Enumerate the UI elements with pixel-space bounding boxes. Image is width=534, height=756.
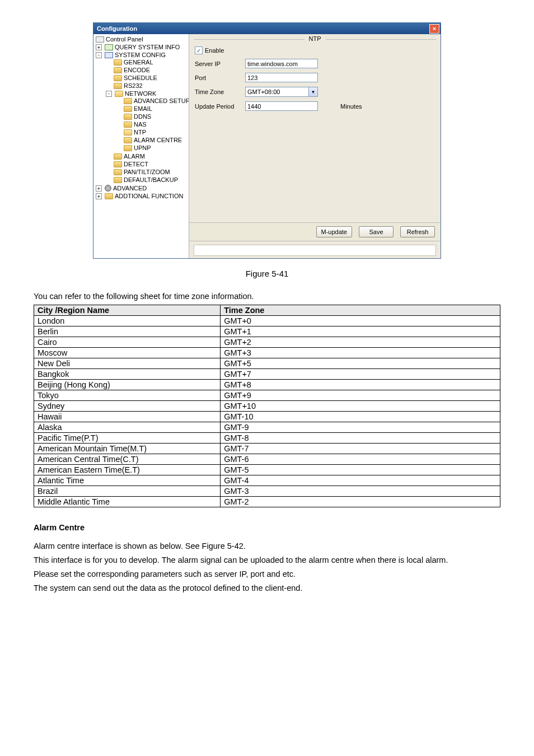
th-tz: Time Zone <box>221 305 500 316</box>
folder-open-icon <box>124 129 132 136</box>
table-row: New DeliGMT+5 <box>34 358 500 369</box>
table-row: American Eastern Time(E.T)GMT-5 <box>34 465 500 475</box>
folder-icon <box>114 177 122 183</box>
folder-icon <box>124 122 132 128</box>
folder-icon <box>124 145 132 151</box>
section-p3: Please set the corresponding parameters … <box>34 568 500 580</box>
timezone-value: GMT+08:00 <box>247 88 280 95</box>
cell-city: Brazil <box>34 486 221 497</box>
cell-city: Hawaii <box>34 412 221 422</box>
refresh-button[interactable]: Refresh <box>400 226 435 237</box>
collapse-icon[interactable]: - <box>96 52 102 58</box>
table-row: AlaskaGMT-9 <box>34 422 500 433</box>
tree-detect[interactable]: DETECT <box>114 161 189 167</box>
folder-icon <box>124 114 132 120</box>
cell-city: Pacific Time(P.T) <box>34 433 221 444</box>
tree-advsetup[interactable]: ADVANCED SETUP <box>124 97 189 104</box>
cell-tz: GMT-9 <box>221 422 500 433</box>
folder-icon <box>114 67 122 73</box>
cell-tz: GMT-2 <box>221 497 500 507</box>
tree-general[interactable]: GENERAL <box>114 59 189 66</box>
close-icon[interactable]: × <box>429 24 439 34</box>
cell-tz: GMT-5 <box>221 465 500 475</box>
cell-city: Moscow <box>34 348 221 358</box>
timezone-label: Time Zone <box>195 88 245 95</box>
tree-encode[interactable]: ENCODE <box>114 67 189 73</box>
folder-icon <box>114 161 122 167</box>
table-row: BrazilGMT-3 <box>34 486 500 497</box>
cell-tz: GMT-7 <box>221 444 500 454</box>
cell-tz: GMT-10 <box>221 412 500 422</box>
form-pane: NTP ✓ Enable Server IP Port Time Zone <box>189 34 441 258</box>
chevron-down-icon[interactable]: ▼ <box>308 87 317 96</box>
expand-icon[interactable]: + <box>96 44 102 50</box>
button-bar: M-update Save Refresh <box>189 222 441 241</box>
window-title: Configuration <box>97 25 137 32</box>
save-button[interactable]: Save <box>359 226 394 237</box>
tree-query[interactable]: + QUERY SYSTEM INFO <box>104 44 189 50</box>
cell-tz: GMT+2 <box>221 337 500 348</box>
tree-alarm[interactable]: ALARM <box>114 153 189 160</box>
cell-city: Bangkok <box>34 369 221 380</box>
cell-tz: GMT+8 <box>221 380 500 390</box>
timezone-select[interactable]: GMT+08:00 ▼ <box>245 87 318 97</box>
timezone-table: City /Region Name Time Zone LondonGMT+0B… <box>34 305 500 507</box>
tree-alarmcentre[interactable]: ALARM CENTRE <box>124 137 189 143</box>
tree-ptz[interactable]: PAN/TILT/ZOOM <box>114 169 189 175</box>
th-city: City /Region Name <box>34 305 221 316</box>
table-row: BangkokGMT+7 <box>34 369 500 380</box>
intro-text: You can refer to the following sheet for… <box>34 291 500 302</box>
serverip-input[interactable] <box>245 59 318 68</box>
cell-city: Berlin <box>34 326 221 337</box>
tree-rs232[interactable]: RS232 <box>114 82 189 89</box>
cell-city: Middle Atlantic Time <box>34 497 221 507</box>
enable-checkbox[interactable]: ✓ <box>195 46 203 54</box>
tree-upnp[interactable]: UPNP <box>124 144 189 151</box>
collapse-icon[interactable]: - <box>106 91 112 97</box>
table-row: American Mountain Time(M.T)GMT-7 <box>34 444 500 454</box>
tree-ddns[interactable]: DDNS <box>124 113 189 120</box>
cell-tz: GMT+1 <box>221 326 500 337</box>
table-row: SydneyGMT+10 <box>34 401 500 412</box>
port-input[interactable] <box>245 73 318 82</box>
cell-tz: GMT-6 <box>221 454 500 465</box>
table-row: MoscowGMT+3 <box>34 348 500 358</box>
tree-sysconfig[interactable]: - SYSTEM CONFIG <box>104 52 189 58</box>
cell-city: Cairo <box>34 337 221 348</box>
cell-tz: GMT-4 <box>221 475 500 486</box>
tree-root[interactable]: Control Panel <box>93 35 189 43</box>
update-input[interactable] <box>245 101 318 111</box>
mupdate-button[interactable]: M-update <box>316 226 352 237</box>
tool-icon <box>105 52 113 58</box>
form-heading: NTP <box>305 35 326 42</box>
cell-tz: GMT-8 <box>221 433 500 444</box>
section-p4: The system can send out the data as the … <box>34 582 500 594</box>
cell-city: Alaska <box>34 422 221 433</box>
tree-schedule[interactable]: SCHEDULE <box>114 74 189 81</box>
table-row: CairoGMT+2 <box>34 337 500 348</box>
cell-city: American Central Time(C.T) <box>34 454 221 465</box>
tree-nas[interactable]: NAS <box>124 121 189 128</box>
section-heading: Alarm Centre <box>34 523 500 532</box>
status-box <box>194 245 436 256</box>
table-row: American Central Time(C.T)GMT-6 <box>34 454 500 465</box>
cell-city: London <box>34 316 221 326</box>
panel-icon <box>96 36 104 43</box>
tree-ntp[interactable]: NTP <box>124 129 189 136</box>
folder-icon <box>124 98 132 104</box>
enable-label: Enable <box>205 47 224 54</box>
cell-tz: GMT+0 <box>221 316 500 326</box>
table-row: Beijing (Hong Kong)GMT+8 <box>34 380 500 390</box>
tree-addfunc[interactable]: + ADDTIONAL FUNCTION <box>104 193 189 199</box>
serverip-label: Server IP <box>195 60 245 67</box>
section-p1: Alarm centre interface is shown as below… <box>34 540 500 552</box>
cell-tz: GMT+5 <box>221 358 500 369</box>
folder-icon <box>114 169 122 175</box>
tree-network[interactable]: -NETWORK <box>114 90 189 97</box>
expand-icon[interactable]: + <box>96 193 102 199</box>
table-row: Middle Atlantic TimeGMT-2 <box>34 497 500 507</box>
expand-icon[interactable]: + <box>96 185 102 192</box>
tree-defaultbackup[interactable]: DEFAULT/BACKUP <box>114 176 189 183</box>
tree-advanced[interactable]: + ADVANCED <box>104 185 189 192</box>
tree-email[interactable]: EMAIL <box>124 105 189 112</box>
